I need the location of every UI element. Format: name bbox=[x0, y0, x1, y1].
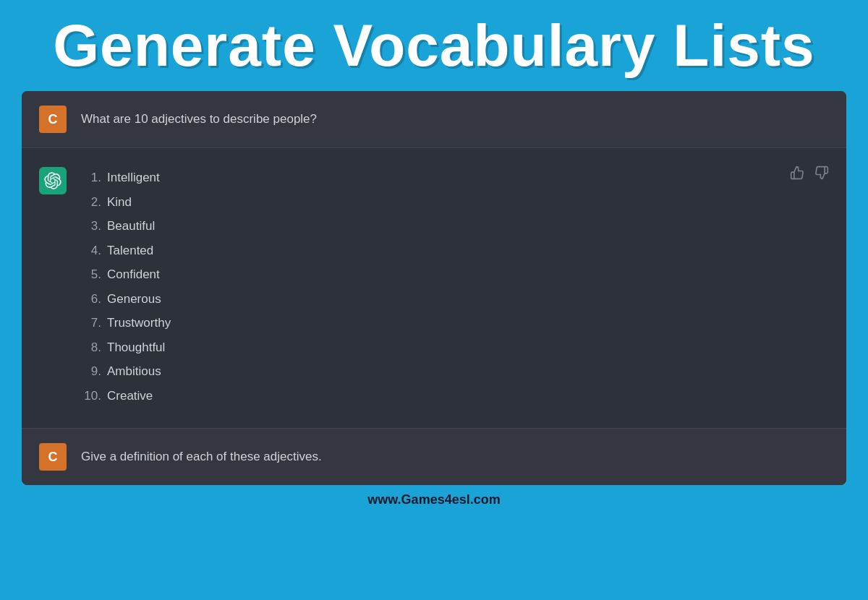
assistant-avatar bbox=[39, 167, 67, 194]
vocab-item-10: 10. Creative bbox=[81, 384, 829, 408]
item-word-5: Confident bbox=[107, 265, 160, 284]
item-word-8: Thoughtful bbox=[107, 338, 165, 357]
header-section: Generate Vocabulary Lists bbox=[0, 0, 868, 91]
item-word-4: Talented bbox=[107, 241, 153, 260]
item-number-5: 5. bbox=[81, 265, 101, 284]
item-number-2: 2. bbox=[81, 193, 101, 212]
thumbs-up-icon[interactable] bbox=[790, 166, 804, 184]
item-word-6: Generous bbox=[107, 290, 161, 309]
item-word-1: Intelligent bbox=[107, 168, 160, 187]
item-word-9: Ambitious bbox=[107, 362, 161, 381]
vocab-item-4: 4. Talented bbox=[81, 239, 829, 263]
page-title: Generate Vocabulary Lists bbox=[22, 13, 846, 78]
vocab-item-3: 3. Beautiful bbox=[81, 214, 829, 239]
thumbs-down-icon[interactable] bbox=[814, 166, 829, 184]
item-number-6: 6. bbox=[81, 290, 101, 309]
item-word-10: Creative bbox=[107, 387, 153, 406]
footer-text: www.Games4esl.com bbox=[367, 492, 500, 507]
vocab-item-1: 1. Intelligent bbox=[81, 166, 829, 190]
item-number-3: 3. bbox=[81, 217, 101, 236]
page-wrapper: Generate Vocabulary Lists C What are 10 … bbox=[0, 0, 868, 515]
user-message-2: C Give a definition of each of these adj… bbox=[22, 429, 846, 485]
item-number-9: 9. bbox=[81, 362, 101, 381]
vocab-item-5: 5. Confident bbox=[81, 262, 829, 287]
vocab-item-8: 8. Thoughtful bbox=[81, 335, 829, 360]
vocab-item-2: 2. Kind bbox=[81, 190, 829, 215]
vocab-item-9: 9. Ambitious bbox=[81, 359, 829, 384]
assistant-message: 1. Intelligent 2. Kind 3. Beautiful 4. T… bbox=[22, 148, 846, 429]
item-number-8: 8. bbox=[81, 338, 101, 357]
item-word-2: Kind bbox=[107, 193, 132, 212]
vocabulary-list: 1. Intelligent 2. Kind 3. Beautiful 4. T… bbox=[81, 166, 829, 408]
item-word-3: Beautiful bbox=[107, 217, 155, 236]
vocab-item-7: 7. Trustworthy bbox=[81, 311, 829, 335]
vocab-item-6: 6. Generous bbox=[81, 287, 829, 312]
item-word-7: Trustworthy bbox=[107, 314, 171, 333]
feedback-icons bbox=[790, 166, 829, 184]
item-number-1: 1. bbox=[81, 168, 101, 187]
chat-container: C What are 10 adjectives to describe peo… bbox=[22, 91, 846, 485]
user-message-1: C What are 10 adjectives to describe peo… bbox=[22, 91, 846, 148]
user-message-text-1: What are 10 adjectives to describe peopl… bbox=[81, 110, 317, 129]
footer: www.Games4esl.com bbox=[0, 485, 868, 515]
item-number-4: 4. bbox=[81, 241, 101, 260]
user-avatar-1: C bbox=[39, 106, 67, 133]
item-number-7: 7. bbox=[81, 314, 101, 333]
user-message-text-2: Give a definition of each of these adjec… bbox=[81, 447, 322, 466]
item-number-10: 10. bbox=[81, 387, 101, 406]
user-avatar-2: C bbox=[39, 443, 67, 471]
